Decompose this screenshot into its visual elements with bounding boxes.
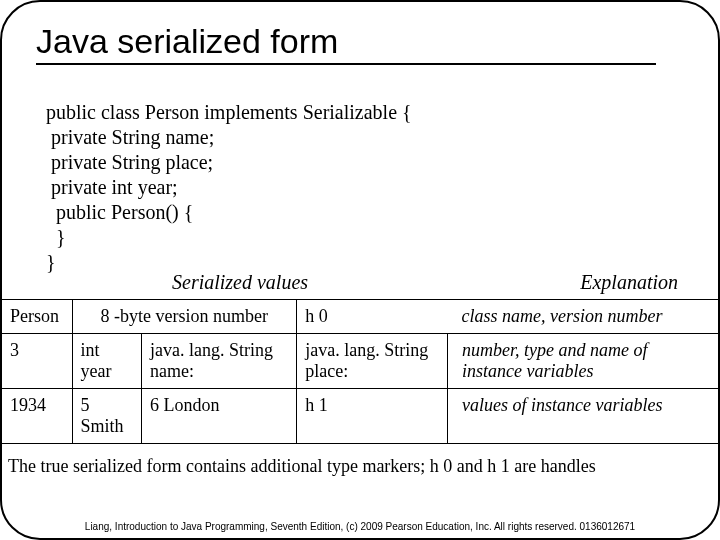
cell-value: 6 London [142,389,297,444]
serialized-table: Person 8 -byte version number h 0 class … [2,299,718,444]
code-block: public class Person implements Serializa… [46,75,718,275]
code-line: public class Person implements Serializa… [46,101,412,123]
code-line: public Person() { [46,201,193,223]
cell-value: h 1 [297,389,448,444]
cell-field: int year [72,334,142,389]
code-line: private int year; [46,176,178,198]
code-line: } [46,226,66,248]
footnote: The true serialized form contains additi… [8,456,712,477]
cell-field: java. lang. String place: [297,334,448,389]
slide-title: Java serialized form [36,22,656,65]
table-header-labels: Serialized values Explanation [2,271,718,297]
cell-explain: class name, version number [448,300,718,334]
cell-value: 5 Smith [72,389,142,444]
explanation-label: Explanation [580,271,678,294]
cell-version: 8 -byte version number [72,300,297,334]
cell-handle: h 0 [297,300,448,334]
code-line: } [46,251,56,273]
cell-explain: number, type and name of instance variab… [448,334,718,389]
table-row: Person 8 -byte version number h 0 class … [2,300,718,334]
cell-field: java. lang. String name: [142,334,297,389]
cell-explain: values of instance variables [448,389,718,444]
serialized-values-label: Serialized values [172,271,308,294]
cell-classname: Person [2,300,72,334]
code-line: private String name; [46,126,214,148]
cell-count: 3 [2,334,72,389]
table-row: 1934 5 Smith 6 London h 1 values of inst… [2,389,718,444]
copyright-footer: Liang, Introduction to Java Programming,… [2,521,718,532]
slide-frame: Java serialized form public class Person… [0,0,720,540]
table-row: 3 int year java. lang. String name: java… [2,334,718,389]
code-line: private String place; [46,151,213,173]
cell-value: 1934 [2,389,72,444]
